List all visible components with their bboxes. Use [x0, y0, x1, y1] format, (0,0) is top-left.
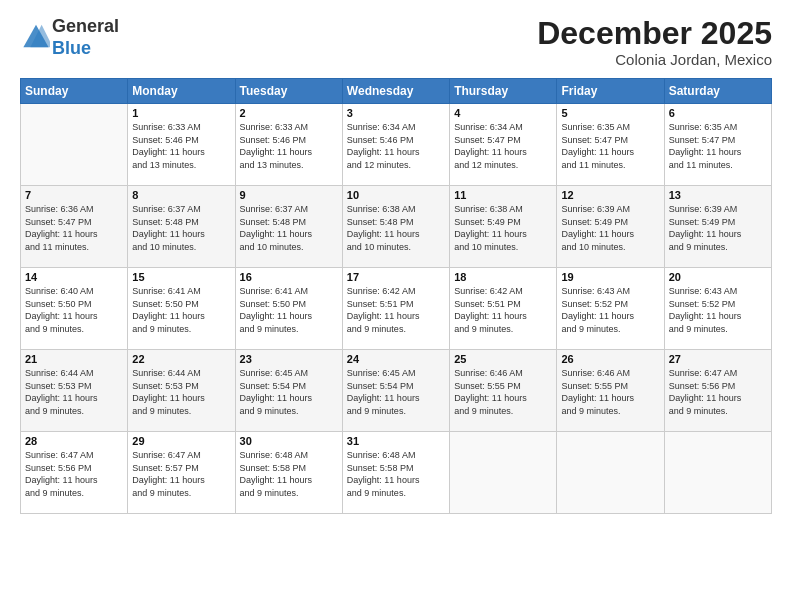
day-number: 28 [25, 435, 123, 447]
calendar-cell: 16Sunrise: 6:41 AM Sunset: 5:50 PM Dayli… [235, 268, 342, 350]
calendar-cell: 26Sunrise: 6:46 AM Sunset: 5:55 PM Dayli… [557, 350, 664, 432]
day-info: Sunrise: 6:37 AM Sunset: 5:48 PM Dayligh… [132, 203, 230, 253]
day-info: Sunrise: 6:36 AM Sunset: 5:47 PM Dayligh… [25, 203, 123, 253]
calendar-day-header: Saturday [664, 79, 771, 104]
day-number: 27 [669, 353, 767, 365]
day-number: 13 [669, 189, 767, 201]
calendar-cell: 22Sunrise: 6:44 AM Sunset: 5:53 PM Dayli… [128, 350, 235, 432]
calendar-cell: 29Sunrise: 6:47 AM Sunset: 5:57 PM Dayli… [128, 432, 235, 514]
calendar-week-row: 14Sunrise: 6:40 AM Sunset: 5:50 PM Dayli… [21, 268, 772, 350]
day-info: Sunrise: 6:42 AM Sunset: 5:51 PM Dayligh… [454, 285, 552, 335]
day-info: Sunrise: 6:45 AM Sunset: 5:54 PM Dayligh… [240, 367, 338, 417]
day-number: 21 [25, 353, 123, 365]
title-block: December 2025 Colonia Jordan, Mexico [537, 16, 772, 68]
day-number: 2 [240, 107, 338, 119]
subtitle: Colonia Jordan, Mexico [537, 51, 772, 68]
calendar-cell: 27Sunrise: 6:47 AM Sunset: 5:56 PM Dayli… [664, 350, 771, 432]
day-number: 16 [240, 271, 338, 283]
main-title: December 2025 [537, 16, 772, 51]
day-info: Sunrise: 6:38 AM Sunset: 5:48 PM Dayligh… [347, 203, 445, 253]
day-number: 6 [669, 107, 767, 119]
day-number: 14 [25, 271, 123, 283]
day-number: 5 [561, 107, 659, 119]
day-info: Sunrise: 6:34 AM Sunset: 5:46 PM Dayligh… [347, 121, 445, 171]
day-info: Sunrise: 6:37 AM Sunset: 5:48 PM Dayligh… [240, 203, 338, 253]
day-info: Sunrise: 6:34 AM Sunset: 5:47 PM Dayligh… [454, 121, 552, 171]
day-info: Sunrise: 6:40 AM Sunset: 5:50 PM Dayligh… [25, 285, 123, 335]
logo-blue-text: Blue [52, 38, 91, 58]
calendar-cell: 25Sunrise: 6:46 AM Sunset: 5:55 PM Dayli… [450, 350, 557, 432]
page: General Blue December 2025 Colonia Jorda… [0, 0, 792, 612]
calendar-day-header: Tuesday [235, 79, 342, 104]
calendar-cell: 11Sunrise: 6:38 AM Sunset: 5:49 PM Dayli… [450, 186, 557, 268]
day-number: 18 [454, 271, 552, 283]
calendar-cell: 6Sunrise: 6:35 AM Sunset: 5:47 PM Daylig… [664, 104, 771, 186]
calendar-cell: 15Sunrise: 6:41 AM Sunset: 5:50 PM Dayli… [128, 268, 235, 350]
calendar-day-header: Thursday [450, 79, 557, 104]
day-number: 7 [25, 189, 123, 201]
day-info: Sunrise: 6:35 AM Sunset: 5:47 PM Dayligh… [669, 121, 767, 171]
day-number: 9 [240, 189, 338, 201]
calendar-cell: 14Sunrise: 6:40 AM Sunset: 5:50 PM Dayli… [21, 268, 128, 350]
day-number: 4 [454, 107, 552, 119]
calendar-cell: 5Sunrise: 6:35 AM Sunset: 5:47 PM Daylig… [557, 104, 664, 186]
day-info: Sunrise: 6:42 AM Sunset: 5:51 PM Dayligh… [347, 285, 445, 335]
calendar-week-row: 7Sunrise: 6:36 AM Sunset: 5:47 PM Daylig… [21, 186, 772, 268]
calendar-cell: 9Sunrise: 6:37 AM Sunset: 5:48 PM Daylig… [235, 186, 342, 268]
calendar-cell [664, 432, 771, 514]
day-number: 30 [240, 435, 338, 447]
calendar-day-header: Wednesday [342, 79, 449, 104]
calendar-day-header: Monday [128, 79, 235, 104]
day-number: 22 [132, 353, 230, 365]
day-number: 3 [347, 107, 445, 119]
calendar-cell [21, 104, 128, 186]
day-info: Sunrise: 6:39 AM Sunset: 5:49 PM Dayligh… [561, 203, 659, 253]
day-info: Sunrise: 6:33 AM Sunset: 5:46 PM Dayligh… [240, 121, 338, 171]
calendar-cell: 4Sunrise: 6:34 AM Sunset: 5:47 PM Daylig… [450, 104, 557, 186]
day-number: 20 [669, 271, 767, 283]
calendar-cell [450, 432, 557, 514]
calendar-cell: 19Sunrise: 6:43 AM Sunset: 5:52 PM Dayli… [557, 268, 664, 350]
day-info: Sunrise: 6:44 AM Sunset: 5:53 PM Dayligh… [25, 367, 123, 417]
calendar-cell: 1Sunrise: 6:33 AM Sunset: 5:46 PM Daylig… [128, 104, 235, 186]
calendar-cell: 17Sunrise: 6:42 AM Sunset: 5:51 PM Dayli… [342, 268, 449, 350]
day-info: Sunrise: 6:33 AM Sunset: 5:46 PM Dayligh… [132, 121, 230, 171]
day-info: Sunrise: 6:41 AM Sunset: 5:50 PM Dayligh… [132, 285, 230, 335]
day-info: Sunrise: 6:48 AM Sunset: 5:58 PM Dayligh… [240, 449, 338, 499]
day-info: Sunrise: 6:35 AM Sunset: 5:47 PM Dayligh… [561, 121, 659, 171]
calendar-cell: 21Sunrise: 6:44 AM Sunset: 5:53 PM Dayli… [21, 350, 128, 432]
calendar-cell: 7Sunrise: 6:36 AM Sunset: 5:47 PM Daylig… [21, 186, 128, 268]
day-number: 26 [561, 353, 659, 365]
logo: General Blue [20, 16, 119, 59]
calendar-header-row: SundayMondayTuesdayWednesdayThursdayFrid… [21, 79, 772, 104]
day-info: Sunrise: 6:41 AM Sunset: 5:50 PM Dayligh… [240, 285, 338, 335]
calendar-week-row: 28Sunrise: 6:47 AM Sunset: 5:56 PM Dayli… [21, 432, 772, 514]
day-info: Sunrise: 6:46 AM Sunset: 5:55 PM Dayligh… [561, 367, 659, 417]
day-number: 25 [454, 353, 552, 365]
calendar-cell: 13Sunrise: 6:39 AM Sunset: 5:49 PM Dayli… [664, 186, 771, 268]
day-info: Sunrise: 6:47 AM Sunset: 5:56 PM Dayligh… [669, 367, 767, 417]
day-info: Sunrise: 6:43 AM Sunset: 5:52 PM Dayligh… [561, 285, 659, 335]
day-info: Sunrise: 6:38 AM Sunset: 5:49 PM Dayligh… [454, 203, 552, 253]
calendar-cell: 30Sunrise: 6:48 AM Sunset: 5:58 PM Dayli… [235, 432, 342, 514]
calendar-week-row: 1Sunrise: 6:33 AM Sunset: 5:46 PM Daylig… [21, 104, 772, 186]
day-number: 31 [347, 435, 445, 447]
calendar-week-row: 21Sunrise: 6:44 AM Sunset: 5:53 PM Dayli… [21, 350, 772, 432]
calendar-cell: 31Sunrise: 6:48 AM Sunset: 5:58 PM Dayli… [342, 432, 449, 514]
day-number: 29 [132, 435, 230, 447]
day-number: 24 [347, 353, 445, 365]
logo-icon [22, 22, 50, 50]
calendar-cell [557, 432, 664, 514]
day-info: Sunrise: 6:44 AM Sunset: 5:53 PM Dayligh… [132, 367, 230, 417]
day-number: 1 [132, 107, 230, 119]
day-info: Sunrise: 6:47 AM Sunset: 5:57 PM Dayligh… [132, 449, 230, 499]
day-number: 11 [454, 189, 552, 201]
day-info: Sunrise: 6:47 AM Sunset: 5:56 PM Dayligh… [25, 449, 123, 499]
day-number: 10 [347, 189, 445, 201]
calendar-cell: 23Sunrise: 6:45 AM Sunset: 5:54 PM Dayli… [235, 350, 342, 432]
calendar-cell: 3Sunrise: 6:34 AM Sunset: 5:46 PM Daylig… [342, 104, 449, 186]
logo-general-text: General [52, 16, 119, 36]
day-number: 23 [240, 353, 338, 365]
day-info: Sunrise: 6:43 AM Sunset: 5:52 PM Dayligh… [669, 285, 767, 335]
calendar-day-header: Friday [557, 79, 664, 104]
